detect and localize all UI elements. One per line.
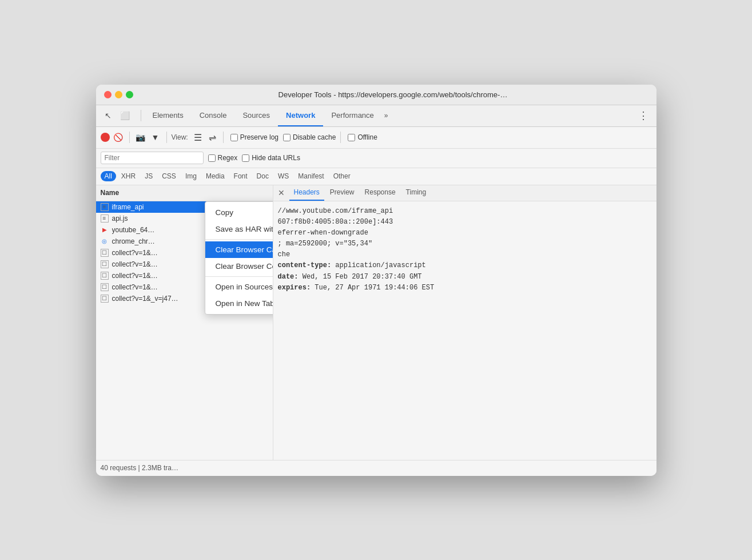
context-item-open-tab[interactable]: Open in New Tab (205, 295, 273, 312)
resource-img[interactable]: Img (181, 171, 201, 181)
resource-type-bar: All XHR JS CSS Img Media Font Doc WS Man… (96, 168, 656, 185)
hide-urls-group: Hide data URLs (242, 154, 300, 162)
preserve-log-label: Preserve log (240, 133, 278, 141)
resource-ws[interactable]: WS (274, 171, 293, 181)
tab-icons: ↖ ⬜ (101, 108, 133, 123)
context-item-clear-cache[interactable]: Clear Browser Cache (205, 241, 273, 258)
checkbox-icon: ☐ (101, 295, 109, 303)
doc-icon: ≡ (101, 203, 109, 211)
resource-font[interactable]: Font (230, 171, 252, 181)
offline-label: Offline (357, 133, 377, 141)
hide-urls-checkbox[interactable] (242, 154, 249, 162)
context-item-label: Copy (216, 208, 234, 217)
timeline-view-button[interactable]: ⇌ (206, 131, 218, 144)
context-item-label: Clear Browser Cookies (216, 262, 273, 271)
preserve-log-checkbox[interactable] (230, 134, 238, 141)
context-item-clear-cookies[interactable]: Clear Browser Cookies (205, 258, 273, 275)
tab-performance[interactable]: Performance (323, 105, 381, 126)
panel-content: //www.youtube.com/iframe_api 607:f8b0:40… (273, 201, 656, 299)
resource-js[interactable]: JS (141, 171, 157, 181)
view-label: View: (172, 133, 188, 141)
context-item-copy[interactable]: Copy ▶ (205, 204, 273, 221)
offline-checkbox[interactable] (348, 134, 355, 141)
panel-tab-response[interactable]: Response (360, 185, 400, 201)
record-button[interactable] (101, 133, 110, 142)
resource-doc[interactable]: Doc (253, 171, 273, 181)
panel-line-5: che (278, 249, 652, 260)
preserve-log-group: Preserve log (230, 133, 278, 141)
context-item-save-har[interactable]: Save as HAR with Content (205, 221, 273, 237)
tab-divider (141, 110, 141, 121)
panel-tab-preview[interactable]: Preview (325, 185, 359, 201)
context-separator (205, 239, 273, 240)
tab-network[interactable]: Network (278, 105, 323, 126)
toolbar-divider-1 (129, 132, 130, 143)
context-separator (205, 276, 273, 277)
resource-css[interactable]: CSS (158, 171, 180, 181)
resource-xhr[interactable]: XHR (117, 171, 140, 181)
checkbox-icon: ☐ (101, 260, 109, 268)
tab-sources[interactable]: Sources (234, 105, 278, 126)
panel-line-3: eferrer-when-downgrade (278, 228, 652, 239)
toolbar: 🚫 📷 ▼ View: ☰ ⇌ Preserve log Disable cac… (96, 127, 656, 149)
traffic-lights (104, 91, 133, 98)
window-title: Developer Tools - https://developers.goo… (138, 90, 648, 99)
panel-line-6: content-type: content-type: application/… (278, 260, 652, 271)
maximize-button[interactable] (126, 91, 133, 98)
panel-tab-timing[interactable]: Timing (401, 185, 431, 201)
toolbar-divider-3 (223, 132, 224, 143)
regex-checkbox[interactable] (208, 154, 216, 162)
cursor-tool-button[interactable]: ↖ (101, 108, 116, 123)
context-item-label: Clear Browser Cache (216, 245, 273, 254)
filter-input[interactable] (101, 152, 204, 164)
disable-cache-checkbox[interactable] (283, 134, 291, 141)
list-header: Name (96, 185, 273, 201)
context-item-label: Save as HAR with Content (216, 225, 273, 233)
more-tabs-button[interactable]: » (384, 112, 388, 120)
minimize-button[interactable] (115, 91, 122, 98)
checkbox-icon: ☐ (101, 272, 109, 280)
title-bar: Developer Tools - https://developers.goo… (96, 85, 656, 105)
clear-button[interactable]: 🚫 (112, 131, 125, 144)
tab-console[interactable]: Console (192, 105, 235, 126)
doc-icon: ≡ (101, 215, 109, 223)
panel-line-7: date: Wed, 15 Feb 2017 20:37:40 GMT (278, 272, 652, 283)
toolbar-divider-2 (166, 132, 167, 143)
resource-media[interactable]: Media (202, 171, 229, 181)
disable-cache-group: Disable cache (283, 133, 336, 141)
resource-manifest[interactable]: Manifest (294, 171, 328, 181)
context-item-label: Open in New Tab (216, 299, 273, 308)
panel-close-button[interactable]: ✕ (278, 188, 285, 197)
resource-other[interactable]: Other (329, 171, 355, 181)
status-bar: 40 requests | 2.3MB tra… (96, 460, 656, 476)
camera-button[interactable]: 📷 (134, 131, 147, 144)
close-button[interactable] (104, 91, 112, 98)
status-text: 40 requests | 2.3MB tra… (101, 464, 179, 472)
context-menu: Copy ▶ Save as HAR with Content Clear Br… (205, 201, 273, 315)
devtools-menu-button[interactable]: ⋮ (635, 109, 652, 122)
context-item-label: Open in Sources Panel (216, 283, 273, 291)
toolbar-divider-4 (340, 132, 341, 143)
tab-bar: ↖ ⬜ Elements Console Sources Network Per… (96, 105, 656, 127)
resource-all[interactable]: All (101, 171, 116, 181)
regex-label: Regex (218, 154, 238, 162)
list-view-button[interactable]: ☰ (192, 131, 204, 144)
panel-tab-headers[interactable]: Headers (289, 185, 324, 201)
offline-group: Offline (348, 133, 377, 141)
network-list: Name ≡ iframe_api ≡ api.js ▶ youtube_64…… (96, 185, 273, 460)
filter-button[interactable]: ▼ (149, 131, 162, 144)
device-tool-button[interactable]: ⬜ (118, 108, 133, 123)
regex-group: Regex (208, 154, 238, 162)
disable-cache-label: Disable cache (293, 133, 336, 141)
panel-tabs: ✕ Headers Preview Response Timing (273, 185, 656, 201)
checkbox-icon: ☐ (101, 249, 109, 257)
right-panel: ✕ Headers Preview Response Timing //www.… (273, 185, 656, 460)
hide-urls-label: Hide data URLs (252, 154, 300, 162)
panel-line-1: //www.youtube.com/iframe_api (278, 206, 652, 217)
tab-elements[interactable]: Elements (145, 105, 192, 126)
context-item-open-sources[interactable]: Open in Sources Panel (205, 279, 273, 295)
devtools-window: Developer Tools - https://developers.goo… (96, 85, 656, 476)
filter-bar: Regex Hide data URLs (96, 149, 656, 168)
video-icon: ▶ (101, 226, 109, 234)
panel-line-2: 607:f8b0:4005:80a::200e]:443 (278, 217, 652, 228)
